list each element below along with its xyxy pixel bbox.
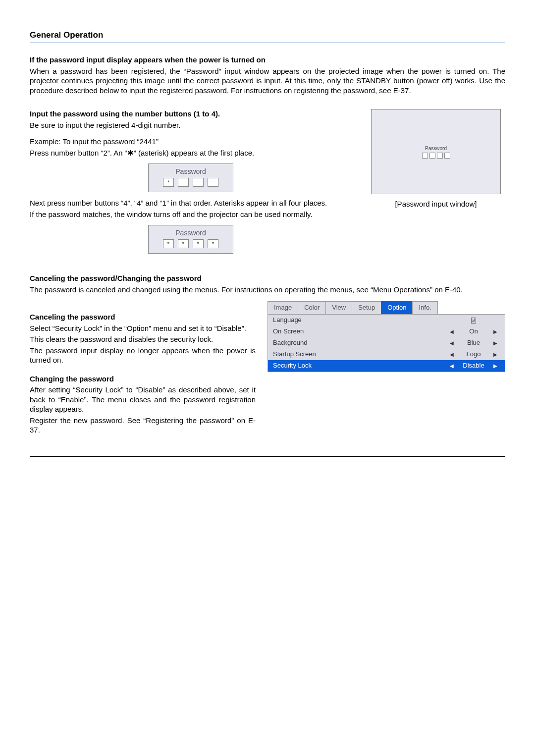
menu-item-label: Startup Screen [273,350,447,359]
cancel-line2: This clears the password and disables th… [30,334,256,344]
menu-row-language[interactable]: Language ↲ [268,315,505,326]
page-title: General Operation [30,30,505,43]
menu-row-background[interactable]: Background ◀ Blue ▶ [268,337,505,349]
menu-row-security-lock[interactable]: Security Lock ◀ Disable ▶ [268,360,505,372]
change-heading: Changing the password [30,374,256,384]
password-cell-small [429,153,435,159]
tab-setup[interactable]: Setup [352,301,381,314]
section2-heading: Input the password using the number butt… [30,109,352,119]
enter-icon: ↲ [471,318,476,324]
arrow-right-icon[interactable]: ▶ [491,340,500,346]
arrow-right-icon[interactable]: ▶ [491,351,500,358]
password-window-caption: [Password input window] [367,199,505,209]
menu-item-value: Blue [456,339,491,347]
password-box-one-digit: Password * [148,163,233,192]
password-cell: * [208,239,218,248]
cancel-line1: Select “Security Lock” in the “Option” m… [30,324,256,333]
change-line2: Register the new password. See “Register… [30,416,256,435]
password-cell-small [437,153,443,159]
tab-view[interactable]: View [325,301,352,314]
menu-item-value: ↲ [456,316,491,324]
divider [30,456,505,457]
menu-item-label: Security Lock [273,362,447,370]
password-cell: * [178,239,189,248]
section4-heading: Canceling the password/Changing the pass… [30,273,505,283]
password-cell [193,178,204,187]
password-input-window-figure: Password [371,109,501,194]
password-box-four-digits: Password * * * * [148,225,233,254]
section1-para: When a password has been registered, the… [30,66,505,96]
arrow-left-icon[interactable]: ◀ [447,328,456,335]
change-line1: After setting “Security Lock” to “Disabl… [30,385,256,414]
password-label: Password [154,167,228,176]
menu-row-onscreen[interactable]: On Screen ◀ On ▶ [268,326,505,337]
arrow-right-icon[interactable]: ▶ [491,363,500,369]
arrow-right-icon[interactable]: ▶ [491,328,500,335]
section4-para: The password is canceled and changed usi… [30,285,505,295]
menu-item-value: On [456,327,491,336]
section2-line2: Example: To input the password “2441” [30,137,352,147]
tab-image[interactable]: Image [268,301,298,314]
password-cell [178,178,189,187]
menu-item-label: On Screen [273,327,447,336]
option-menu-figure: Image Color View Setup Option Info. Lang… [268,301,505,436]
section3-para2: If the password matches, the window turn… [30,210,352,219]
tab-color[interactable]: Color [298,301,326,314]
tab-info[interactable]: Info. [412,301,437,314]
section1-heading: If the password input display appears wh… [30,55,505,65]
menu-item-value: Disable [456,362,491,370]
tab-option[interactable]: Option [381,301,413,314]
cancel-line3: The password input display no longer app… [30,346,256,365]
menu-tabs: Image Color View Setup Option Info. [268,301,505,314]
menu-body: Language ↲ On Screen ◀ On ▶ Background ◀… [268,314,505,372]
password-cell-small [422,153,428,159]
password-cell-small [444,153,450,159]
arrow-left-icon[interactable]: ◀ [447,363,456,369]
menu-item-label: Background [273,339,447,347]
password-cell: * [163,178,174,187]
section2-line3: Press number button “2”. An “✱” (asteris… [30,148,352,158]
password-cell: * [193,239,204,248]
section2-line1: Be sure to input the registered 4-digit … [30,120,352,130]
password-cell [208,178,218,187]
arrow-left-icon[interactable]: ◀ [447,340,456,346]
menu-item-value: Logo [456,350,491,359]
password-label: Password [154,228,228,237]
password-label-small: Password [422,145,450,152]
section3-para1: Next press number buttons “4”, “4” and “… [30,198,352,208]
menu-row-startup[interactable]: Startup Screen ◀ Logo ▶ [268,349,505,360]
cancel-heading: Canceling the password [30,312,256,322]
arrow-left-icon[interactable]: ◀ [447,351,456,358]
menu-item-label: Language [273,316,447,324]
password-cell: * [163,239,174,248]
